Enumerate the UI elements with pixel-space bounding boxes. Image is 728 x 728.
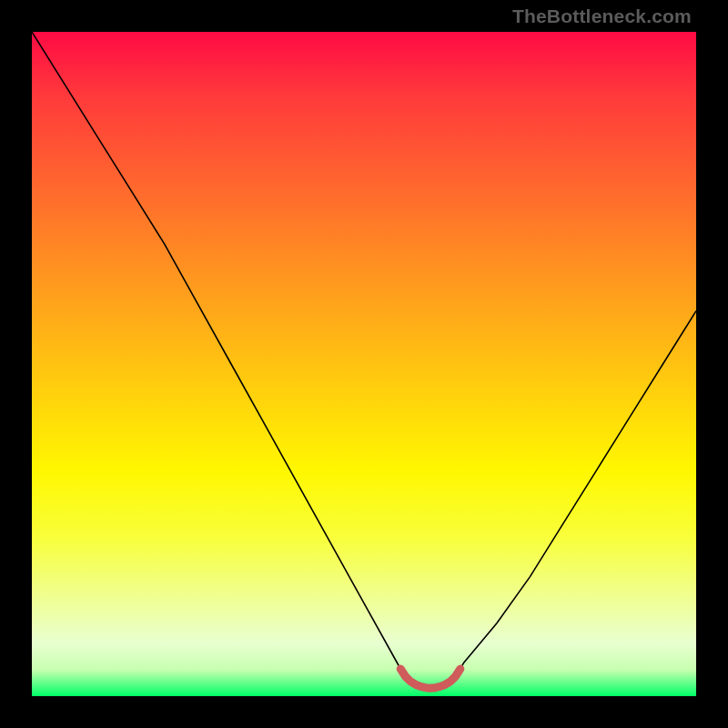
optimal-region-marker [400, 669, 460, 688]
plot-area [32, 32, 696, 696]
curve-svg [32, 32, 696, 696]
chart-frame: TheBottleneck.com [0, 0, 728, 728]
bottleneck-curve [32, 32, 696, 688]
watermark-text: TheBottleneck.com [512, 5, 692, 27]
